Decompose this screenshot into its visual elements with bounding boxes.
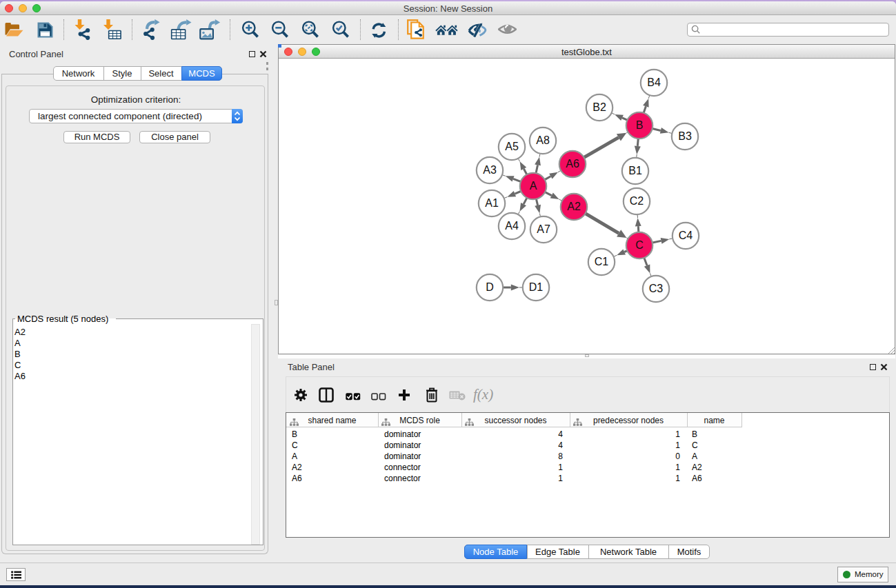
svg-text:A6: A6 [566, 158, 579, 170]
svg-text:B3: B3 [678, 130, 692, 142]
svg-text:C: C [635, 239, 644, 251]
svg-text:B2: B2 [593, 101, 606, 113]
svg-text:A7: A7 [537, 223, 550, 235]
svg-text:A8: A8 [536, 134, 550, 146]
svg-text:C1: C1 [595, 256, 609, 267]
svg-text:C2: C2 [630, 195, 644, 207]
svg-text:C3: C3 [649, 283, 664, 294]
svg-text:B1: B1 [628, 165, 642, 176]
svg-text:A2: A2 [567, 201, 581, 212]
svg-text:A1: A1 [485, 197, 499, 209]
svg-text:A: A [530, 180, 537, 192]
svg-text:A5: A5 [505, 141, 519, 152]
svg-text:A3: A3 [483, 164, 497, 176]
svg-text:B4: B4 [647, 77, 661, 88]
svg-text:C4: C4 [679, 230, 693, 241]
svg-text:D1: D1 [529, 281, 544, 293]
svg-text:B: B [636, 119, 644, 131]
svg-text:A4: A4 [505, 220, 519, 232]
svg-text:D: D [486, 281, 494, 293]
